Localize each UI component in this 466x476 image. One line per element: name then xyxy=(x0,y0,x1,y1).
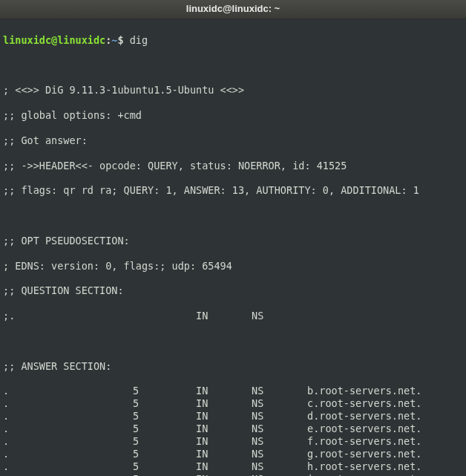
blank-line xyxy=(3,335,463,348)
answer-ttl: 5 xyxy=(133,423,196,435)
answer-row: .5INNSc.root-servers.net. xyxy=(3,397,463,410)
answer-name: . xyxy=(3,460,133,473)
answer-name: . xyxy=(3,473,133,477)
answer-ttl: 5 xyxy=(133,397,196,410)
answer-name: . xyxy=(3,397,133,410)
answer-type: NS xyxy=(252,385,307,397)
prompt-user-host: linuxidc@linuxidc xyxy=(3,34,105,46)
blank-line xyxy=(3,59,463,72)
answer-name: . xyxy=(3,385,133,397)
answer-class: IN xyxy=(196,423,252,435)
answer-target: b.root-servers.net. xyxy=(307,385,421,397)
command-text: dig xyxy=(130,34,148,46)
blank-line xyxy=(3,209,463,222)
answer-ttl: 5 xyxy=(133,460,196,473)
dig-question-header: ;; QUESTION SECTION: xyxy=(3,284,463,297)
answer-ttl: 5 xyxy=(133,473,196,477)
dig-global-options: ;; global options: +cmd xyxy=(3,109,463,122)
answer-class: IN xyxy=(196,397,252,410)
answer-ttl: 5 xyxy=(133,385,196,397)
answer-type: NS xyxy=(252,448,307,460)
answer-type: NS xyxy=(252,410,307,423)
answer-row: .5INNSe.root-servers.net. xyxy=(3,423,463,435)
answer-row: .5INNSf.root-servers.net. xyxy=(3,435,463,448)
answer-class: IN xyxy=(196,435,252,448)
answer-target: d.root-servers.net. xyxy=(307,410,421,423)
dig-got-answer: ;; Got answer: xyxy=(3,134,463,147)
dig-banner: ; <<>> DiG 9.11.3-1ubuntu1.5-Ubuntu <<>> xyxy=(3,84,463,97)
answer-name: . xyxy=(3,410,133,423)
dig-opt-header: ;; OPT PSEUDOSECTION: xyxy=(3,235,463,247)
answer-type: NS xyxy=(252,397,307,410)
prompt-symbol: $ xyxy=(117,34,129,46)
answer-target: i.root-servers.net. xyxy=(307,473,421,477)
dig-header: ;; ->>HEADER<<- opcode: QUERY, status: N… xyxy=(3,160,463,172)
answer-name: . xyxy=(3,435,133,448)
answer-ttl: 5 xyxy=(133,410,196,423)
dig-edns: ; EDNS: version: 0, flags:; udp: 65494 xyxy=(3,260,463,273)
answer-class: IN xyxy=(196,473,252,477)
answer-class: IN xyxy=(196,448,252,460)
answer-target: h.root-servers.net. xyxy=(307,460,421,473)
answer-ttl: 5 xyxy=(133,435,196,448)
answer-ttl: 5 xyxy=(133,448,196,460)
answer-target: e.root-servers.net. xyxy=(307,423,421,435)
dig-flags: ;; flags: qr rd ra; QUERY: 1, ANSWER: 13… xyxy=(3,184,463,197)
prompt-line-1: linuxidc@linuxidc:~$ dig xyxy=(3,34,463,47)
answer-row: .5INNSd.root-servers.net. xyxy=(3,410,463,423)
question-name: ;. xyxy=(3,310,133,322)
answer-type: NS xyxy=(252,435,307,448)
question-class: IN xyxy=(196,310,252,322)
answer-type: NS xyxy=(252,423,307,435)
answer-target: c.root-servers.net. xyxy=(307,397,421,410)
answer-target: g.root-servers.net. xyxy=(307,448,421,460)
answer-name: . xyxy=(3,423,133,435)
window-title: linuxidc@linuxidc: ~ xyxy=(186,3,280,15)
window-titlebar: linuxidc@linuxidc: ~ xyxy=(0,0,466,19)
dig-answer-section: .5INNSb.root-servers.net..5INNSc.root-se… xyxy=(3,385,463,476)
answer-class: IN xyxy=(196,460,252,473)
dig-answer-header: ;; ANSWER SECTION: xyxy=(3,360,463,373)
terminal-output[interactable]: linuxidc@linuxidc:~$ dig ; <<>> DiG 9.11… xyxy=(0,19,466,476)
answer-type: NS xyxy=(252,460,307,473)
dig-question-row: ;. INNS xyxy=(3,310,463,322)
answer-target: f.root-servers.net. xyxy=(307,435,421,448)
answer-row: .5INNSh.root-servers.net. xyxy=(3,460,463,473)
question-type: NS xyxy=(252,310,307,322)
answer-class: IN xyxy=(196,385,252,397)
answer-type: NS xyxy=(252,473,307,477)
answer-row: .5INNSb.root-servers.net. xyxy=(3,385,463,397)
answer-row: .5INNSg.root-servers.net. xyxy=(3,448,463,460)
answer-name: . xyxy=(3,448,133,460)
answer-row: .5INNSi.root-servers.net. xyxy=(3,473,463,477)
answer-class: IN xyxy=(196,410,252,423)
